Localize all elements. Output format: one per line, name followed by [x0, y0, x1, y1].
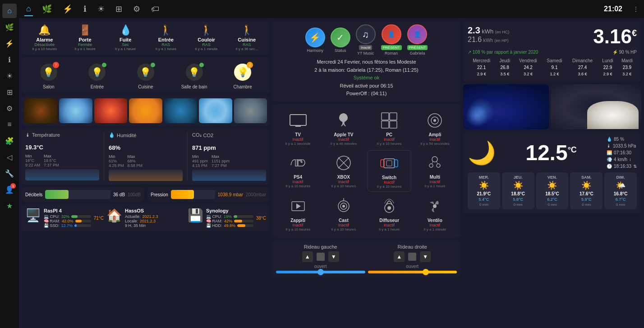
topnav-info-icon[interactable]: ℹ — [82, 2, 88, 16]
porte-label: Porte — [78, 37, 91, 42]
curtain-right-stop-button[interactable] — [408, 253, 416, 261]
topnav-gear-icon[interactable]: ⚙ — [131, 2, 142, 16]
badge-salon: 7 — [53, 62, 59, 68]
avatar-gabriela[interactable]: 👤 PRÉSENT Gabriela — [407, 24, 428, 55]
media-appletv[interactable]: Apple TV Inactif Il y a 46 minutes — [322, 108, 365, 148]
sidebar-icon-brightness[interactable]: ☀ — [2, 69, 17, 83]
topnav-more-icon[interactable]: ⋮ — [633, 6, 639, 12]
avatar-roman[interactable]: 👤 PRÉSENT Roman — [381, 24, 402, 55]
weather-humidity-row: 💧 85 % — [607, 137, 637, 142]
sensors-row: 🌡 Température 19.3°C Min18°C9:22 AM Max1… — [22, 129, 270, 185]
weather-time-row: 🕐 18:16:33 ⇅ — [607, 164, 637, 169]
light-entree[interactable]: 💡 Entrée — [74, 61, 121, 89]
avatar-status[interactable]: ✓ Status — [331, 28, 350, 53]
light-sdb[interactable]: 💡 Salle de bain — [171, 61, 218, 89]
camera-7[interactable] — [234, 98, 267, 123]
fuite-time: Il y a 1 heure — [115, 47, 136, 51]
alarm-item-alarme[interactable]: 🔔 Alarme Désactivée Il y a 10 heures — [25, 24, 64, 51]
curtain-left-slider[interactable] — [276, 271, 365, 273]
alarm-item-porte[interactable]: 🚪 Porte Fermée Il y a 1 heure — [66, 24, 105, 51]
media-diffuseur[interactable]: Diffuseur Inactif Il y a 1 heure — [368, 194, 411, 234]
svg-rect-3 — [390, 113, 397, 120]
sidebar-icon-arrow[interactable]: ◁ — [2, 150, 17, 164]
curtain-left-stop-button[interactable] — [317, 253, 325, 261]
co2-minmax: Min491 ppm4:15 PM Max1151 ppm7:27 PM — [192, 154, 266, 168]
topnav-grid-icon[interactable]: ⊞ — [114, 2, 124, 16]
alarm-text: Réveil activé pour 06:15 — [314, 82, 419, 90]
alarm-item-entree[interactable]: 🚶 Entrée RAS Il y a 1 heure — [147, 24, 185, 51]
media-ps4[interactable]: PS4 Inactif Il y a 10 heures — [276, 150, 320, 192]
avatar-harmony[interactable]: ⚡ Harmony — [305, 28, 325, 53]
sidebar-icon-gear[interactable]: ⚙ — [2, 101, 17, 115]
multi-status: Inactif — [429, 180, 440, 184]
forecast-ven: VEN. ☀️ 18.5°C 6.2°C 0 mm — [536, 172, 569, 209]
sidebar-icon-info[interactable]: ℹ — [2, 52, 17, 67]
light-cuisine[interactable]: 💡 Cuisine — [122, 61, 169, 89]
camera-4[interactable] — [129, 98, 162, 123]
raspi-ssd: 💾 SSD:12.7% — [44, 223, 91, 228]
topnav-brightness-icon[interactable]: ☀ — [96, 2, 106, 16]
media-xbox[interactable]: XBOX Inactif Il y a 10 heures — [322, 150, 365, 192]
curtain-left-down-button[interactable]: ▼ — [328, 251, 339, 262]
hassos-actuelle: Actuelle:2021.2.3 — [125, 214, 185, 219]
energy-kwh-display: 2.3 kWh (en HC) 21.6 kWh (en HP) — [468, 25, 509, 44]
media-zappiti[interactable]: Zappiti Inactif Il y a 10 heures — [276, 194, 320, 234]
camera-row — [22, 96, 270, 126]
avatar-ytmusic[interactable]: ♫ Inactif YT Music — [356, 24, 376, 55]
camera-live-1[interactable] — [463, 84, 549, 129]
alarm-item-fuite[interactable]: 💧 Fuite Sec Il y a 1 heure — [106, 24, 145, 51]
camera-1[interactable] — [24, 98, 57, 123]
forecast-sam-rain: 0 mm — [582, 203, 591, 207]
light-salon[interactable]: 💡 7 Salon — [25, 61, 72, 89]
camera-live-2[interactable] — [551, 84, 642, 129]
curtain-left-up-button[interactable]: ▲ — [302, 251, 313, 262]
wind-dir-icon: ↕ — [629, 157, 631, 162]
media-pc[interactable]: PC Inactif Il y a 10 heures — [368, 108, 411, 148]
sidebar-icon-person[interactable]: 👤 — [2, 182, 17, 197]
euro-mercredi: 2.9 € — [468, 71, 495, 77]
camera-5[interactable] — [164, 98, 197, 123]
topnav-leaf-icon[interactable]: 🌿 — [40, 2, 54, 16]
alarm-item-couloir[interactable]: 🚶 Couloir RAS Il y a 1 minute — [187, 24, 226, 51]
sidebar-icon-home[interactable]: ⌂ — [2, 4, 17, 18]
sidebar-icon-puzzle[interactable]: 🧩 — [2, 134, 17, 148]
media-ampli[interactable]: Ampli Inactif Il y a 56 secondes — [413, 108, 457, 148]
sidebar-icon-layers[interactable]: ≡ — [2, 117, 17, 132]
sidebar-icon-grid[interactable]: ⊞ — [2, 85, 17, 99]
harmony-label: Harmony — [307, 48, 323, 53]
camera-3[interactable] — [94, 98, 127, 123]
switch-status: Inactif — [384, 180, 395, 185]
ps4-status: Inactif — [293, 180, 304, 184]
media-switch[interactable]: Switch Inactif Il y a 10 heures — [368, 150, 411, 192]
kwh-mercredi: 22.1 — [468, 64, 495, 71]
forecast-dim-high: 16.8°C — [614, 191, 628, 196]
appletv-status: Inactif — [338, 137, 349, 142]
sidebar-icon-lightning[interactable]: ⚡ — [2, 36, 17, 51]
alarm-item-cuisine-motion[interactable]: 🚶 Cuisine RAS Il y a 36 sec... — [227, 24, 266, 51]
media-multi[interactable]: Multi Inactif Il y a 1 heure — [413, 150, 457, 192]
sidebar-icon-tools[interactable]: 🔧 — [2, 166, 17, 180]
media-ventilo[interactable]: Ventilo Inactif Il y a 1 minute — [413, 194, 457, 234]
camera-2[interactable] — [59, 98, 92, 123]
sidebar-icon-star[interactable]: ★ — [2, 199, 17, 213]
curtain-right-up-button[interactable]: ▲ — [394, 251, 405, 262]
curtain-right-down-button[interactable]: ▼ — [420, 251, 431, 262]
alarm-bell-icon: 🔔 — [38, 24, 51, 36]
light-chambre[interactable]: 💡 2 Chambre — [219, 61, 266, 89]
lights-row: 💡 7 Salon 💡 Entrée 💡 — [22, 57, 270, 93]
appletv-icon — [334, 111, 354, 130]
sidebar-icon-leaf[interactable]: 🌿 — [2, 20, 17, 34]
diffuseur-icon — [379, 196, 399, 216]
curtain-right-slider[interactable] — [368, 271, 457, 273]
camera-6[interactable] — [199, 98, 232, 123]
raspi-icon: 🖥️ — [25, 208, 41, 223]
cuisine-label: Cuisine — [238, 37, 256, 42]
svg-point-17 — [429, 164, 433, 167]
topnav-home-icon[interactable]: ⌂ — [24, 2, 33, 16]
topnav-lightning-icon[interactable]: ⚡ — [61, 2, 74, 16]
topnav-tag-icon[interactable]: 🏷 — [149, 3, 161, 16]
appletv-name: Apple TV — [334, 132, 353, 137]
media-cast[interactable]: Cast Inactif Il y a 10 heures — [322, 194, 365, 234]
weather-panel: 🌙 12.5°C 💧 85 % 🌡 1033.5 hPa — [463, 132, 641, 214]
media-tv[interactable]: TV Inactif Il y a 1 seconde — [276, 108, 320, 148]
